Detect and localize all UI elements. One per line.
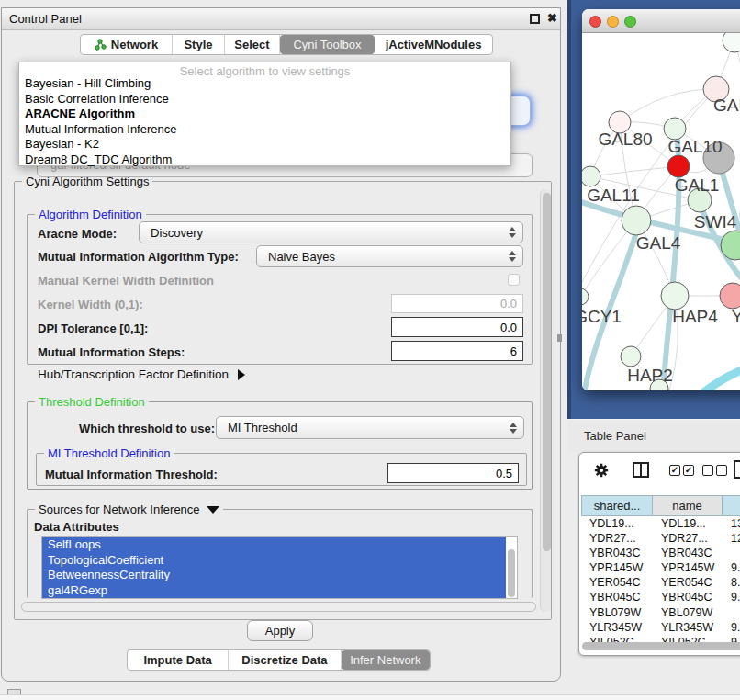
tab-style[interactable]: Style xyxy=(173,35,225,54)
data-attributes-list: SelfLoops TopologicalCoefficient Between… xyxy=(41,536,518,599)
table-row[interactable]: YBL079W YBL079W xyxy=(581,605,740,620)
tab-network-label: Network xyxy=(111,38,158,51)
dropdown-item-bayesian-k2[interactable]: Bayesian - K2 xyxy=(23,137,500,152)
sources-group-title-row[interactable]: Sources for Network Inference xyxy=(35,502,223,516)
dropdown-item-mutual-information[interactable]: Mutual Information Inference xyxy=(23,122,500,137)
dropdown-item-bayesian-hill-climbing[interactable]: Bayesian - Hill Climbing xyxy=(23,76,500,91)
list-item-gal4rgexp[interactable]: gal4RGexp xyxy=(42,583,506,599)
hub-definition-toggle[interactable]: Hub/Transcription Factor Definition xyxy=(38,367,245,381)
aracne-mode-combobox[interactable]: Discovery xyxy=(139,221,523,243)
network-window-titlebar[interactable] xyxy=(582,9,740,33)
combo-stepper-icon xyxy=(510,423,517,434)
mac-close-icon[interactable] xyxy=(589,16,601,28)
network-node-gal11[interactable] xyxy=(582,166,600,186)
float-window-icon[interactable] xyxy=(530,14,540,24)
hub-definition-label: Hub/Transcription Factor Definition xyxy=(38,367,229,381)
status-strip xyxy=(0,694,740,700)
split-columns-icon[interactable] xyxy=(633,462,649,478)
collapsed-arrow-icon xyxy=(238,369,245,380)
mi-algorithm-type-combobox[interactable]: Naive Bayes xyxy=(256,245,523,267)
mac-zoom-icon[interactable] xyxy=(624,16,636,28)
select-all-checkboxes-icon[interactable]: ✓✓ xyxy=(669,465,694,476)
table-panel-title: Table Panel xyxy=(584,429,646,443)
table-row[interactable]: YLR345W YLR345W 9. xyxy=(581,620,740,635)
control-panel-titlebar[interactable]: Control Panel ✖ xyxy=(2,8,560,30)
dpi-tolerance-label: DPI Tolerance [0,1]: xyxy=(38,322,148,335)
manual-kernel-width-checkbox[interactable] xyxy=(508,274,520,286)
which-threshold-combobox[interactable]: MI Threshold xyxy=(216,416,524,439)
table-panel-header: Table Panel xyxy=(567,419,740,452)
table-row[interactable]: YDR27... YDR27... 12 xyxy=(581,531,740,546)
control-panel-title: Control Panel xyxy=(9,12,82,26)
split-pane-handle[interactable] xyxy=(557,334,562,342)
bright-cyan-edge xyxy=(694,355,740,390)
network-icon xyxy=(95,39,107,51)
node-label-swi4: SWI4 xyxy=(694,212,736,232)
kernel-width-field[interactable]: 0.0 xyxy=(391,294,523,313)
table-row[interactable]: YIL052C YIL052C 9. xyxy=(581,635,740,642)
combo-stepper-icon xyxy=(509,227,516,238)
manual-kernel-width-label: Manual Kernel Width Definition xyxy=(38,274,214,288)
network-node-pink-right[interactable] xyxy=(720,283,740,309)
tab-impute-data[interactable]: Impute Data xyxy=(128,650,229,670)
table-subwindow: ✓✓ shared... name A YDL19... YDL19... 13… xyxy=(578,452,740,656)
dropdown-item-dream8[interactable]: Dream8 DC_TDC Algorithm xyxy=(23,152,500,167)
table-row[interactable]: YBR045C YBR045C 9. xyxy=(581,590,740,604)
apply-button[interactable]: Apply xyxy=(247,620,313,641)
list-item-selfloops[interactable]: SelfLoops xyxy=(42,537,506,553)
mi-steps-field[interactable]: 6 xyxy=(391,341,523,361)
data-attributes-label: Data Attributes xyxy=(34,520,119,534)
node-label-hap4: HAP4 xyxy=(672,307,718,327)
table-body: YDL19... YDL19... 13 YDR27... YDR27... 1… xyxy=(581,516,740,642)
which-threshold-label: Which threshold to use: xyxy=(79,422,215,435)
mi-threshold-label: Mutual Information Threshold: xyxy=(45,468,218,481)
node-label-gal1: GAL1 xyxy=(675,175,720,196)
column-header-partial[interactable]: A xyxy=(723,495,740,516)
tab-network[interactable]: Network xyxy=(81,35,173,54)
network-node-gal4[interactable] xyxy=(622,206,651,235)
gear-icon[interactable] xyxy=(594,463,608,477)
column-header-shared[interactable]: shared... xyxy=(581,495,653,516)
node-label-gal: GAL xyxy=(713,96,740,116)
tab-select[interactable]: Select xyxy=(225,35,280,54)
network-node-gcy1[interactable] xyxy=(582,288,589,305)
network-node-hap2[interactable] xyxy=(621,346,641,367)
mi-algorithm-type-label: Mutual Information Algorithm Type: xyxy=(38,250,239,264)
table-horizontal-scrollbar[interactable] xyxy=(582,642,740,650)
dpi-tolerance-field[interactable]: 0.0 xyxy=(391,317,523,337)
tab-infer-network[interactable]: Infer Network xyxy=(342,650,430,670)
screen: Control Panel ✖ Network Style Select xyxy=(0,0,740,700)
network-node-hap4[interactable] xyxy=(661,282,689,310)
combo-stepper-icon xyxy=(509,251,516,262)
node-label-gcy1: GCY1 xyxy=(582,307,622,327)
mac-minimize-icon[interactable] xyxy=(607,16,619,28)
column-header-name[interactable]: name xyxy=(653,495,723,516)
network-view-window: GAL GAL80 GAL10 GAL1 GAL11 SWI4 GAL4 GCY… xyxy=(582,9,740,390)
tab-cyni-toolbox[interactable]: Cyni Toolbox xyxy=(280,35,375,54)
list-item-betweennesscentrality[interactable]: BetweennessCentrality xyxy=(42,568,506,583)
table-row[interactable]: YBR043C YBR043C xyxy=(581,546,740,560)
tab-jactivemnodules[interactable]: jActiveMNodules xyxy=(375,35,492,54)
table-row[interactable]: YER054C YER054C 8. xyxy=(581,575,740,590)
list-item-topologicalcoefficient[interactable]: TopologicalCoefficient xyxy=(42,553,506,569)
document-icon[interactable] xyxy=(734,460,740,479)
list-scrollbar-thumb[interactable] xyxy=(508,549,515,597)
table-row[interactable]: YDL19... YDL19... 13 xyxy=(581,516,740,531)
settings-horizontal-scrollbar[interactable] xyxy=(21,602,536,612)
dropdown-item-basic-correlation[interactable]: Basic Correlation Inference xyxy=(23,92,500,107)
tab-discretize-data[interactable]: Discretize Data xyxy=(229,650,341,670)
network-node-top[interactable] xyxy=(723,33,740,52)
close-window-icon[interactable]: ✖ xyxy=(547,11,557,25)
top-tab-bar: Network Style Select Cyni Toolbox jActiv… xyxy=(80,34,493,55)
mi-threshold-field[interactable]: 0.5 xyxy=(387,463,519,483)
expanded-arrow-icon xyxy=(207,506,219,514)
dropdown-item-aracne[interactable]: ARACNE Algorithm xyxy=(23,107,500,121)
settings-vertical-scrollbar-thumb[interactable] xyxy=(543,193,551,551)
table-row[interactable]: YPR145W YPR145W 9. xyxy=(581,560,740,575)
node-label-y: Y xyxy=(732,307,740,327)
network-node-gal1-red[interactable] xyxy=(667,155,690,177)
network-canvas[interactable]: GAL GAL80 GAL10 GAL1 GAL11 SWI4 GAL4 GCY… xyxy=(582,33,740,390)
settings-vertical-scrollbar[interactable] xyxy=(540,189,551,612)
deselect-all-checkboxes-icon[interactable] xyxy=(702,465,727,476)
node-label-gal11: GAL11 xyxy=(587,186,640,206)
